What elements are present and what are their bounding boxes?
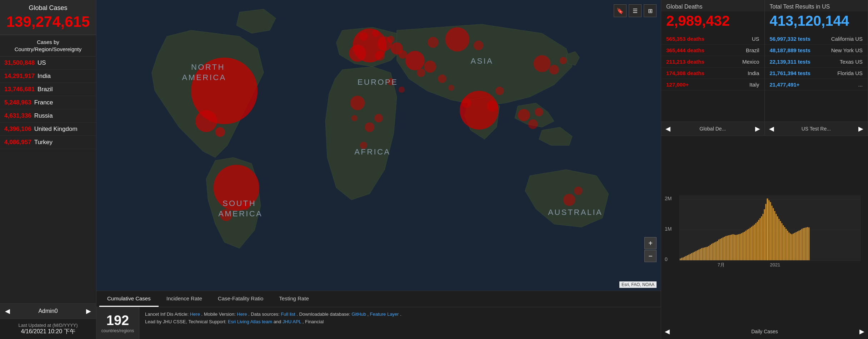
map-zoom-controls: + − bbox=[644, 237, 657, 262]
svg-rect-75 bbox=[704, 247, 705, 260]
svg-point-34 bbox=[574, 187, 583, 195]
country-count-label: countries/regions bbox=[101, 328, 134, 333]
svg-rect-81 bbox=[713, 243, 714, 260]
info-text-static7: Lead by JHU CSSE, Technical Support: bbox=[145, 319, 228, 324]
svg-point-3 bbox=[215, 127, 225, 137]
svg-rect-94 bbox=[731, 235, 732, 260]
case-value: 4,086,957 bbox=[4, 139, 31, 146]
svg-rect-125 bbox=[775, 214, 777, 260]
stats-row: 211,213 deathsMexico bbox=[661, 56, 764, 68]
chart-nav: ◀ Daily Cases ▶ bbox=[665, 328, 864, 335]
svg-rect-145 bbox=[804, 228, 805, 260]
svg-rect-99 bbox=[738, 234, 739, 260]
svg-point-17 bbox=[424, 60, 436, 73]
case-value: 31,500,848 bbox=[4, 59, 35, 67]
svg-rect-82 bbox=[714, 242, 715, 260]
last-updated-label: Last Updated at (M/D/YYYY) bbox=[4, 323, 92, 328]
stats-row: 22,139,311 testsTexas US bbox=[765, 56, 868, 68]
svg-rect-120 bbox=[768, 200, 769, 260]
svg-point-2 bbox=[195, 110, 217, 132]
last-updated-box: Last Updated at (M/D/YYYY) 4/16/2021 10:… bbox=[0, 319, 96, 339]
svg-rect-138 bbox=[794, 233, 795, 260]
stats-row-value: 211,213 deaths bbox=[666, 59, 704, 65]
map-tab[interactable]: Incidence Rate bbox=[159, 291, 210, 307]
map-info-bar: 192 countries/regions Lancet Inf Dis Art… bbox=[96, 307, 661, 339]
list-button[interactable]: ☰ bbox=[629, 4, 642, 17]
deaths-header: Global Deaths bbox=[661, 0, 764, 11]
svg-rect-103 bbox=[744, 232, 745, 260]
svg-rect-88 bbox=[723, 237, 724, 260]
svg-rect-116 bbox=[763, 214, 764, 260]
map-attribution: Esri, FAO, NOAA bbox=[619, 281, 657, 288]
stats-row: 365,444 deathsBrazil bbox=[661, 45, 764, 56]
case-country: United Kingdom bbox=[34, 126, 78, 133]
map-tab[interactable]: Testing Rate bbox=[271, 291, 316, 307]
svg-rect-68 bbox=[694, 252, 695, 260]
svg-text:2021: 2021 bbox=[770, 262, 780, 267]
svg-rect-121 bbox=[770, 202, 771, 260]
nav-prev-button[interactable]: ◀ bbox=[5, 307, 10, 315]
stats-row-label: Italy bbox=[749, 82, 759, 88]
svg-rect-101 bbox=[741, 233, 742, 260]
svg-point-40 bbox=[438, 74, 447, 83]
stats-row: 565,353 deathsUS bbox=[661, 33, 764, 45]
last-updated-value: 4/16/2021 10:20 下午 bbox=[4, 328, 92, 335]
deaths-next-button[interactable]: ▶ bbox=[755, 125, 760, 133]
svg-point-42 bbox=[495, 87, 504, 95]
svg-text:AMERICA: AMERICA bbox=[218, 209, 263, 218]
map-tab[interactable]: Case-Fatality Ratio bbox=[210, 291, 271, 307]
svg-rect-70 bbox=[697, 250, 698, 260]
case-row: 4,396,106United Kingdom bbox=[0, 123, 96, 136]
svg-point-35 bbox=[534, 55, 550, 72]
svg-rect-58 bbox=[680, 259, 681, 260]
stats-row-label: California US bbox=[831, 36, 863, 42]
jhuapl-link[interactable]: JHU APL bbox=[283, 319, 301, 324]
svg-text:NORTH: NORTH bbox=[191, 63, 225, 72]
chart-prev-button[interactable]: ◀ bbox=[665, 328, 670, 335]
svg-point-19 bbox=[445, 27, 469, 51]
stats-row-value: 21,761,394 tests bbox=[770, 70, 810, 76]
map-tabs: Cumulative CasesIncidence RateCase-Fatal… bbox=[96, 291, 661, 307]
case-row: 4,086,957Turkey bbox=[0, 136, 96, 149]
chart-nav-label: Daily Cases bbox=[751, 329, 778, 334]
tests-panel: Total Test Results in US 413,120,144 56,… bbox=[765, 0, 868, 136]
svg-rect-73 bbox=[701, 248, 702, 260]
info-text-static6: . bbox=[400, 311, 401, 317]
cases-table-section: Cases by Country/Region/Sovereignty 31,5… bbox=[0, 35, 96, 303]
cases-list: 31,500,848US14,291,917India13,746,681Bra… bbox=[0, 56, 96, 303]
mobile-link[interactable]: Here bbox=[237, 311, 247, 317]
deaths-prev-button[interactable]: ◀ bbox=[665, 125, 670, 133]
feature-layer-link[interactable]: Feature Layer bbox=[370, 311, 399, 317]
bookmark-button[interactable]: 🔖 bbox=[614, 4, 627, 17]
stats-row-label: New York US bbox=[831, 47, 863, 53]
tests-next-button[interactable]: ▶ bbox=[858, 125, 863, 133]
svg-rect-80 bbox=[711, 244, 712, 260]
zoom-out-button[interactable]: − bbox=[644, 250, 657, 262]
full-list-link[interactable]: Full list bbox=[281, 311, 295, 317]
article-link[interactable]: Here bbox=[190, 311, 200, 317]
tests-prev-button[interactable]: ◀ bbox=[769, 125, 774, 133]
case-row: 31,500,848US bbox=[0, 56, 96, 70]
map-container[interactable]: NORTH AMERICA SOUTH AMERICA ASIA EUROPE … bbox=[96, 0, 661, 291]
country-count-number: 192 bbox=[106, 313, 129, 328]
svg-text:AUSTRALIA: AUSTRALIA bbox=[548, 208, 603, 217]
left-panel: Global Cases 139,274,615 Cases by Countr… bbox=[0, 0, 96, 339]
svg-rect-62 bbox=[685, 256, 687, 260]
zoom-in-button[interactable]: + bbox=[644, 237, 657, 249]
case-country: Brazil bbox=[38, 86, 53, 93]
map-tab[interactable]: Cumulative Cases bbox=[99, 291, 159, 307]
grid-button[interactable]: ⊞ bbox=[644, 4, 657, 17]
tests-value: 413,120,144 bbox=[765, 11, 868, 32]
svg-rect-143 bbox=[801, 229, 802, 260]
svg-point-20 bbox=[428, 37, 438, 48]
stats-row-value: 56,997,332 tests bbox=[770, 36, 810, 42]
stats-row: 21,761,394 testsFlorida US bbox=[765, 68, 868, 79]
svg-rect-72 bbox=[700, 249, 701, 260]
daily-cases-chart: 2M 1M 0 bbox=[665, 139, 864, 325]
github-link[interactable]: GitHub bbox=[351, 311, 366, 317]
nav-next-button[interactable]: ▶ bbox=[86, 307, 91, 315]
chart-next-button[interactable]: ▶ bbox=[859, 328, 864, 335]
svg-rect-139 bbox=[795, 232, 797, 260]
svg-rect-147 bbox=[807, 227, 808, 260]
esri-link[interactable]: Esri Living Atlas team bbox=[228, 319, 272, 324]
